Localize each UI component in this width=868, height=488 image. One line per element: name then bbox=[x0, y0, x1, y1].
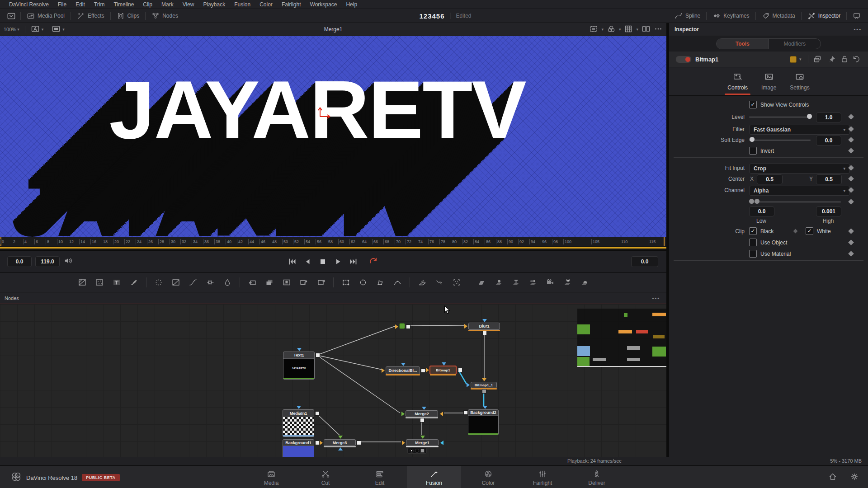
node-Background2[interactable]: Background2 bbox=[468, 409, 499, 435]
guides-grid-icon[interactable] bbox=[624, 24, 633, 34]
timeline-ruler[interactable]: 0246810121416182022242628303234363840424… bbox=[0, 237, 666, 246]
tool-prender-icon[interactable] bbox=[451, 277, 462, 288]
show-view-controls-checkbox[interactable] bbox=[749, 101, 757, 108]
node-Merge1[interactable]: Merge1 bbox=[406, 439, 439, 446]
loop-button[interactable] bbox=[367, 256, 380, 267]
port-osq-right[interactable] bbox=[316, 353, 320, 357]
tool-imageplane3d-icon[interactable] bbox=[476, 277, 487, 288]
tool-text3d-icon[interactable] bbox=[510, 277, 522, 288]
tool-textplus-icon[interactable] bbox=[111, 277, 123, 288]
port-green-left[interactable] bbox=[401, 412, 405, 416]
tool-droplet-icon[interactable] bbox=[222, 277, 233, 288]
lock-icon[interactable] bbox=[840, 55, 849, 66]
page-media[interactable]: Media bbox=[244, 466, 298, 488]
tool-mattecontrol-icon[interactable] bbox=[281, 277, 292, 288]
render-range-bar[interactable] bbox=[0, 247, 666, 249]
audio-mute-icon[interactable] bbox=[63, 256, 73, 267]
tool-scurve-icon[interactable] bbox=[187, 277, 199, 288]
range-high-knob[interactable] bbox=[755, 199, 760, 204]
menu-fairlight[interactable]: Fairlight bbox=[277, 1, 306, 8]
tool-colorcurves-icon[interactable] bbox=[170, 277, 182, 288]
tool-colordots-icon[interactable] bbox=[153, 277, 165, 288]
soft-edge-value[interactable]: 0.0 bbox=[816, 136, 841, 145]
go-to-end-button[interactable] bbox=[347, 256, 360, 267]
spline-button[interactable]: Spline bbox=[670, 12, 705, 20]
tool-colorcorrector-icon[interactable] bbox=[204, 277, 216, 288]
menu-playback[interactable]: Playback bbox=[198, 1, 230, 8]
port-blue-top[interactable] bbox=[483, 406, 487, 409]
range-high-value[interactable]: 0.001 bbox=[816, 206, 841, 216]
use-object-checkbox[interactable] bbox=[749, 239, 757, 246]
node-MediaIn1[interactable]: MediaIn1 bbox=[283, 409, 314, 437]
menu-clip[interactable]: Clip bbox=[138, 1, 157, 8]
port-blue-left[interactable] bbox=[467, 383, 470, 387]
viewer-channel-button[interactable] bbox=[31, 24, 40, 34]
tool-merge3d-icon[interactable] bbox=[527, 277, 539, 288]
node-Merge3[interactable]: Merge3 bbox=[324, 439, 356, 446]
tool-pemitter-icon[interactable] bbox=[416, 277, 428, 288]
port-blue-top[interactable] bbox=[422, 407, 426, 410]
port-blue-top[interactable] bbox=[401, 363, 406, 366]
project-settings-gear-icon[interactable] bbox=[850, 472, 859, 483]
mediapool-button[interactable]: Media Pool bbox=[22, 12, 69, 20]
left-viewer-dot[interactable] bbox=[410, 449, 414, 453]
tab-tools[interactable]: Tools bbox=[717, 39, 769, 49]
dual-viewer-icon[interactable] bbox=[642, 24, 651, 34]
port-yellow-top[interactable] bbox=[482, 378, 486, 381]
monitor-indicator[interactable] bbox=[420, 449, 425, 453]
port-osq-right[interactable] bbox=[406, 324, 410, 329]
center-x-value[interactable]: 0.5 bbox=[757, 174, 783, 184]
range-in-field[interactable]: 0.0 bbox=[7, 256, 32, 267]
viewer-zoom-select[interactable]: 100% ▾ bbox=[4, 27, 19, 32]
viewer-options-icon[interactable] bbox=[654, 24, 663, 34]
inspector-button[interactable]: Inspector bbox=[803, 12, 845, 20]
tool-fastnoise-icon[interactable] bbox=[94, 277, 105, 288]
range-slider[interactable] bbox=[749, 202, 841, 202]
port-yellow-left[interactable] bbox=[426, 368, 429, 372]
versions-icon[interactable] bbox=[813, 55, 822, 66]
tool-pbounce-icon[interactable] bbox=[434, 277, 445, 288]
keyframe-diamond-icon[interactable] bbox=[848, 176, 854, 182]
tool-background-icon[interactable] bbox=[76, 277, 88, 288]
port-green-top[interactable] bbox=[338, 436, 343, 439]
menu-workspace[interactable]: Workspace bbox=[306, 1, 342, 8]
roi-icon[interactable] bbox=[589, 24, 598, 34]
inspector-options-icon[interactable]: ••• bbox=[854, 27, 862, 32]
keyframe-diamond-icon[interactable] bbox=[848, 148, 854, 154]
node-Background1[interactable]: Background1 bbox=[283, 439, 314, 457]
menu-color[interactable]: Color bbox=[255, 1, 277, 8]
invert-checkbox[interactable] bbox=[749, 147, 757, 155]
nodes-options-icon[interactable]: ••• bbox=[652, 296, 660, 301]
port-osq-right[interactable] bbox=[315, 411, 320, 416]
port-blue-top[interactable] bbox=[297, 348, 302, 351]
fit-input-dropdown[interactable]: Crop ▾ bbox=[749, 164, 850, 174]
viewer-fill-button[interactable] bbox=[52, 24, 61, 34]
keyframe-diamond-icon[interactable] bbox=[793, 229, 798, 234]
node-navigator-minimap[interactable] bbox=[577, 309, 666, 367]
keyframe-diamond-icon[interactable] bbox=[848, 228, 854, 234]
clip-white-checkbox[interactable] bbox=[806, 227, 813, 235]
tool-shape3d-icon[interactable] bbox=[493, 277, 505, 288]
right-viewer-dot[interactable] bbox=[415, 449, 419, 453]
filter-dropdown[interactable]: Fast Gaussian ▾ bbox=[749, 125, 850, 135]
page-color[interactable]: Color bbox=[461, 466, 515, 488]
current-frame-field[interactable]: 0.0 bbox=[631, 256, 658, 267]
clips-button[interactable]: Clips bbox=[112, 12, 144, 20]
page-edit[interactable]: Edit bbox=[353, 466, 407, 488]
node-Bitmap1[interactable]: Bitmap1 bbox=[429, 366, 457, 375]
play-button[interactable] bbox=[332, 256, 344, 267]
tool-layers-icon[interactable] bbox=[264, 277, 275, 288]
node-Text1[interactable]: Text1JAYARETV bbox=[283, 352, 315, 380]
port-osq-bottom[interactable] bbox=[420, 418, 425, 422]
tool-resize-icon[interactable] bbox=[298, 277, 310, 288]
tool-renderer3d-icon[interactable] bbox=[579, 277, 590, 288]
range-out-field[interactable]: 119.0 bbox=[35, 256, 60, 267]
tool-paint-icon[interactable] bbox=[128, 277, 140, 288]
play-reverse-button[interactable] bbox=[301, 256, 314, 267]
port-blue-bottom[interactable] bbox=[338, 447, 343, 450]
node-DirectionalBlur1[interactable]: DirectionalBl... bbox=[386, 366, 420, 374]
port-cyan-right[interactable] bbox=[440, 441, 443, 445]
page-fusion[interactable]: Fusion bbox=[407, 466, 461, 488]
clip-black-checkbox[interactable] bbox=[749, 227, 757, 235]
subtab-settings[interactable]: Settings bbox=[787, 72, 812, 91]
